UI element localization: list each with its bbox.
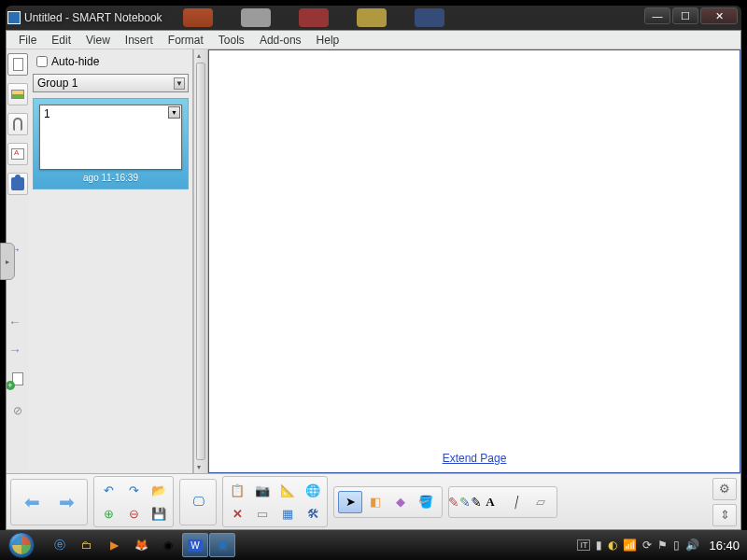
shapes-tool[interactable]: ◆ [388, 491, 413, 513]
new-page-icon: ⊕ [104, 507, 114, 521]
tab-addons[interactable] [7, 173, 28, 195]
taskbar-mediaplayer[interactable]: ▶ [101, 533, 127, 557]
menu-insert[interactable]: Insert [119, 32, 160, 49]
measurement-button[interactable]: 📐 [275, 479, 300, 501]
vertical-scrollbar[interactable] [193, 49, 208, 473]
page-timestamp: ago 11-16:39 [39, 170, 182, 183]
open-button[interactable]: 📂 [147, 479, 171, 501]
menu-file[interactable]: File [12, 32, 43, 49]
fill-tool[interactable]: 🪣 [414, 491, 438, 513]
menu-tools[interactable]: Tools [212, 32, 251, 49]
redo-icon: ↷ [129, 483, 139, 497]
menu-edit[interactable]: Edit [45, 32, 78, 49]
page-icon [13, 58, 23, 71]
tab-attachments[interactable] [7, 113, 28, 135]
paste-button[interactable]: 📋 [225, 479, 249, 501]
group-dropdown-label: Group 1 [37, 77, 78, 90]
menu-help[interactable]: Help [310, 32, 346, 49]
new-page-button[interactable]: ⊕ [96, 502, 120, 525]
screen-capture-button[interactable]: 📷 [250, 479, 275, 501]
menu-addons[interactable]: Add-ons [253, 32, 308, 49]
minimize-button[interactable]: — [644, 7, 670, 24]
page-thumbnail[interactable]: 1 ▼ [39, 105, 182, 170]
taskbar-clock[interactable]: 16:40 [709, 539, 740, 553]
autohide-label: Auto-hide [51, 55, 99, 68]
shape-3d-tool[interactable]: ◧ [363, 491, 388, 513]
insert-group: 📋 ✕ 📷 ▭ 📐 ▦ 🌐 🛠 [222, 476, 328, 527]
canvas-area: Extend Page [193, 49, 740, 473]
redo-button[interactable]: ↷ [121, 479, 146, 501]
monitor-icon: 🖵 [192, 495, 204, 509]
taskbar-chrome[interactable]: ◉ [155, 533, 181, 557]
add-page-button[interactable]: + [7, 369, 28, 389]
taskbar-smart-notebook[interactable]: ▣ [209, 533, 235, 557]
menu-view[interactable]: View [79, 32, 117, 49]
arrow-left-icon: ⬅ [24, 491, 40, 513]
save-button[interactable]: 💾 [147, 502, 171, 525]
clipboard-icon: 📋 [230, 483, 245, 497]
taskbar-ie[interactable]: ⓔ [47, 533, 73, 557]
tab-gallery[interactable] [7, 83, 28, 105]
picture-icon [11, 90, 24, 99]
maximize-button[interactable]: ☐ [672, 7, 698, 24]
tray-update-icon[interactable]: ◐ [608, 539, 617, 552]
text-tool[interactable]: A [478, 491, 502, 513]
taskbar-firefox[interactable]: 🦊 [128, 533, 154, 557]
start-button[interactable] [0, 530, 43, 560]
next-button[interactable]: ➡ [49, 483, 83, 521]
screen-shade-button[interactable]: ▭ [250, 502, 275, 525]
paint-bucket-icon: 🪣 [418, 495, 433, 509]
table-button[interactable]: ▦ [275, 502, 300, 525]
taskbar-explorer[interactable]: 🗀 [74, 533, 100, 557]
save-icon: 💾 [151, 507, 166, 521]
prev-button[interactable]: ⬅ [15, 483, 49, 521]
undo-icon: ↶ [104, 483, 114, 497]
arrow-right-icon: ➡ [59, 491, 75, 513]
menu-format[interactable]: Format [162, 32, 210, 49]
screen-share-button[interactable]: 🖵 [184, 483, 212, 521]
titlebar[interactable]: Untitled - SMART Notebook — ☐ ✕ [6, 6, 741, 30]
folder-icon: 📂 [151, 483, 166, 497]
group-dropdown[interactable]: Group 1 [33, 74, 189, 92]
tray-flag-icon[interactable]: ▮ [596, 539, 602, 552]
tray-battery-icon[interactable]: ▯ [673, 539, 680, 552]
page-canvas[interactable]: Extend Page [208, 49, 740, 473]
settings-button[interactable]: ⚙ [712, 478, 737, 500]
select-group: ➤ ◧ ◆ 🪣 [333, 486, 443, 518]
paperclip-icon [13, 118, 22, 131]
move-toolbar-button[interactable]: ⇕ [712, 504, 737, 526]
delete-page-button[interactable]: ⊘ [7, 400, 28, 421]
tab-page-sorter[interactable] [7, 53, 28, 76]
close-button[interactable]: ✕ [700, 7, 738, 24]
taskbar-apps: ⓔ 🗀 ▶ 🦊 ◉ W ▣ [47, 533, 235, 557]
tray-lang-icon[interactable]: IT [577, 539, 590, 551]
line-tool[interactable]: ／ [503, 491, 528, 513]
media-icon: ▶ [110, 539, 119, 552]
page-sorter-panel: Auto-hide Group 1 1 ▼ ago 11-16:39 [29, 49, 193, 473]
prev-page-button[interactable]: ← [8, 315, 27, 328]
toolkit-button[interactable]: 🛠 [301, 502, 325, 525]
delete-button[interactable]: ✕ [225, 502, 249, 525]
tray-action-icon[interactable]: ⚑ [657, 539, 668, 552]
delete-page-toolbar-button[interactable]: ⊖ [121, 502, 146, 525]
tray-volume-icon[interactable]: 🔊 [685, 539, 699, 552]
extend-page-link[interactable]: Extend Page [443, 452, 507, 465]
autohide-checkbox[interactable] [36, 56, 48, 67]
tray-network-icon[interactable]: 📶 [623, 539, 637, 552]
taskbar-word[interactable]: W [182, 533, 208, 557]
firefox-icon: 🦊 [134, 539, 148, 552]
internet-button[interactable]: 🌐 [301, 479, 325, 501]
panel-expand-handle[interactable] [0, 243, 15, 280]
tab-properties[interactable] [7, 143, 28, 165]
eraser-tool[interactable]: ▱ [529, 491, 553, 513]
delete-icon: ⊖ [129, 507, 139, 521]
select-tool[interactable]: ➤ [338, 491, 362, 513]
undo-button[interactable]: ↶ [96, 479, 120, 501]
eraser-icon: ▱ [536, 495, 545, 509]
pens-tool[interactable]: ✎✎✎ [453, 491, 477, 513]
page-thumb-menu-button[interactable]: ▼ [168, 106, 180, 119]
tray-sync-icon[interactable]: ⟳ [642, 539, 652, 552]
toolkit-icon: 🛠 [307, 507, 319, 521]
next-page-button[interactable]: → [8, 343, 27, 356]
page-thumbnail-selected[interactable]: 1 ▼ ago 11-16:39 [33, 98, 189, 189]
